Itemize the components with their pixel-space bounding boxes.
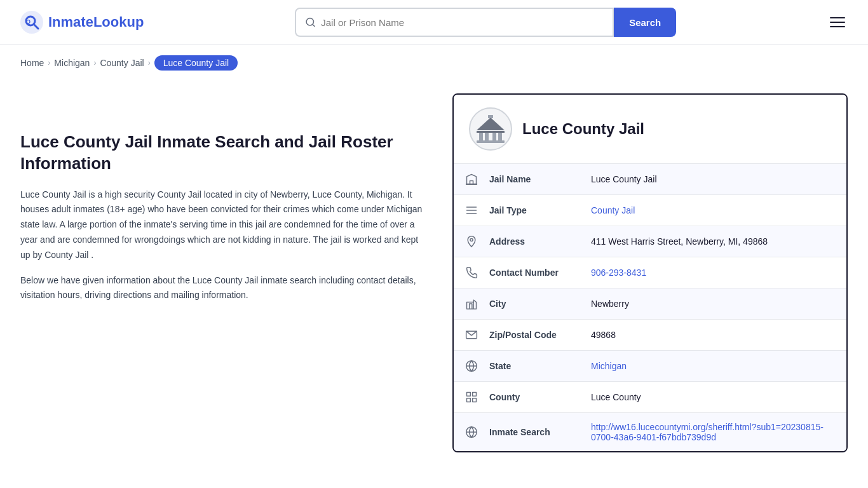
list-icon <box>454 195 489 226</box>
svg-rect-6 <box>477 140 505 143</box>
search-bar: Search <box>295 8 676 37</box>
info-value[interactable]: Michigan <box>591 352 846 380</box>
menu-line-3 <box>830 26 845 27</box>
logo[interactable]: Q InmateLookup <box>20 11 144 34</box>
info-card: Luce County Jail Jail NameLuce County Ja… <box>452 93 848 452</box>
page-heading: Luce County Jail Inmate Search and Jail … <box>20 132 427 175</box>
search-globe-icon <box>454 417 489 447</box>
svg-line-5 <box>313 24 315 26</box>
search-button[interactable]: Search <box>614 8 676 37</box>
svg-rect-10 <box>498 133 502 140</box>
info-card-header: Luce County Jail <box>454 95 846 164</box>
county-icon <box>454 382 489 412</box>
svg-point-18 <box>470 238 473 241</box>
info-label: County <box>489 383 591 411</box>
breadcrumb-michigan[interactable]: Michigan <box>54 58 90 68</box>
location-icon <box>454 226 489 257</box>
logo-icon: Q <box>20 11 43 34</box>
info-value-link[interactable]: http://ww16.lucecountymi.org/sheriff.htm… <box>591 422 824 442</box>
menu-line-1 <box>830 17 845 18</box>
svg-rect-8 <box>485 133 489 140</box>
info-label: Inmate Search <box>489 418 591 446</box>
svg-rect-11 <box>477 131 505 133</box>
city-icon <box>454 288 489 319</box>
svg-point-0 <box>20 11 43 34</box>
info-value: Luce County <box>591 383 846 411</box>
info-value-link[interactable]: 906-293-8431 <box>591 268 646 278</box>
info-row: Inmate Searchhttp://ww16.lucecountymi.or… <box>454 413 846 451</box>
search-icon <box>305 17 316 28</box>
svg-rect-19 <box>467 302 474 309</box>
info-value: Luce County Jail <box>591 165 846 193</box>
svg-rect-14 <box>466 184 477 185</box>
info-value[interactable]: http://ww16.lucecountymi.org/sheriff.htm… <box>591 413 846 451</box>
header: Q InmateLookup Search <box>0 0 868 45</box>
info-value: 411 West Harris Street, Newberry, MI, 49… <box>591 227 846 255</box>
svg-text:Q: Q <box>26 18 31 25</box>
menu-button[interactable] <box>827 15 848 30</box>
search-input[interactable] <box>321 17 604 28</box>
breadcrumb: Home › Michigan › County Jail › Luce Cou… <box>0 45 868 81</box>
svg-rect-9 <box>492 133 496 140</box>
breadcrumb-active: Luce County Jail <box>154 55 238 71</box>
info-value[interactable]: 906-293-8431 <box>591 259 846 287</box>
info-value: 49868 <box>591 321 846 349</box>
page-desc-1: Luce County Jail is a high security Coun… <box>20 187 427 263</box>
building-icon <box>454 164 489 194</box>
info-row: Jail NameLuce County Jail <box>454 164 846 195</box>
info-row: Zip/Postal Code49868 <box>454 320 846 351</box>
breadcrumb-home[interactable]: Home <box>20 58 44 68</box>
breadcrumb-sep-2: › <box>93 58 96 67</box>
breadcrumb-county-jail[interactable]: County Jail <box>100 58 144 68</box>
info-value[interactable]: County Jail <box>591 196 846 224</box>
info-label: Jail Name <box>489 165 591 193</box>
jail-card-title: Luce County Jail <box>522 120 644 138</box>
search-input-wrapper <box>295 8 614 37</box>
page-desc-2: Below we have given information about th… <box>20 273 427 304</box>
svg-rect-13 <box>488 115 493 118</box>
mail-icon <box>454 320 489 350</box>
menu-line-2 <box>830 22 845 23</box>
info-row: CityNewberry <box>454 288 846 320</box>
info-label: City <box>489 290 591 318</box>
breadcrumb-sep-3: › <box>148 58 151 67</box>
jail-avatar <box>469 107 512 151</box>
left-panel: Luce County Jail Inmate Search and Jail … <box>20 93 427 452</box>
phone-icon <box>454 257 489 288</box>
info-rows-container: Jail NameLuce County JailJail TypeCounty… <box>454 164 846 451</box>
info-row: Contact Number906-293-8431 <box>454 257 846 288</box>
info-label: Zip/Postal Code <box>489 321 591 349</box>
info-label: State <box>489 352 591 380</box>
svg-rect-7 <box>479 133 483 140</box>
main-content: Luce County Jail Inmate Search and Jail … <box>0 81 868 478</box>
info-label: Jail Type <box>489 196 591 224</box>
svg-marker-12 <box>477 118 505 130</box>
info-row: StateMichigan <box>454 351 846 382</box>
info-row: CountyLuce County <box>454 382 846 413</box>
info-label: Contact Number <box>489 259 591 287</box>
info-label: Address <box>489 227 591 255</box>
info-value-link[interactable]: Michigan <box>591 361 627 371</box>
right-panel: Luce County Jail Jail NameLuce County Ja… <box>452 93 848 452</box>
breadcrumb-sep-1: › <box>48 58 50 67</box>
courthouse-icon <box>474 112 507 146</box>
info-value-link[interactable]: County Jail <box>591 205 635 215</box>
logo-text: InmateLookup <box>48 14 144 30</box>
info-row: Address411 West Harris Street, Newberry,… <box>454 226 846 257</box>
info-value: Newberry <box>591 290 846 318</box>
info-row: Jail TypeCounty Jail <box>454 195 846 226</box>
globe-icon <box>454 351 489 381</box>
